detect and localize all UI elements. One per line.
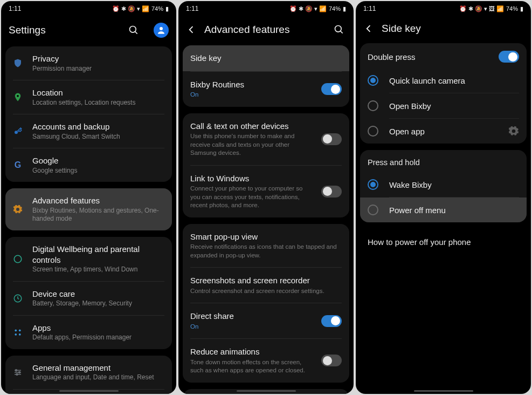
item-title: Location [32,87,165,98]
radio[interactable] [368,179,378,190]
option-power-off-menu[interactable]: Power off menu [360,198,527,222]
how-to-power-off-link[interactable]: How to power off your phone [360,229,527,255]
page-title: Advanced features [204,24,324,36]
item-title: Device care [32,289,165,299]
settings-item-general-management[interactable]: General management Language and input, D… [5,356,172,389]
svg-point-2 [160,27,163,30]
af-item-bixby-routines[interactable]: Bixby Routines On [183,72,349,107]
header: Settings [1,16,176,46]
af-item-reduce-animations[interactable]: Reduce animations Tone down motion effec… [183,339,349,383]
svg-point-7 [15,329,17,331]
toggle[interactable] [321,83,342,95]
home-indicator[interactable] [237,390,296,392]
double-press-toggle[interactable] [499,51,519,63]
item-title: Bixby Routines [190,79,313,90]
item-subtitle: Control screenshot and screen recorder s… [190,287,342,296]
double-press-card: Double press Quick launch camera Open Bi… [360,43,527,144]
radio[interactable] [368,126,378,137]
item-title: Smart pop-up view [190,231,342,242]
pin-icon [12,91,24,103]
item-subtitle: Samsung Cloud, Smart Switch [32,133,165,141]
page-title: Side key [382,23,523,35]
settings-card: Digital Wellbeing and parental controls … [5,237,172,349]
af-card: Smart pop-up view Receive notifications … [183,224,349,383]
svg-point-0 [130,26,136,33]
gear-icon[interactable] [508,126,519,137]
svg-point-4 [15,131,18,134]
svg-line-19 [341,31,343,33]
option-open-bixby[interactable]: Open Bixby [360,93,527,118]
item-subtitle: Tone down motion effects on the screen, … [190,358,313,375]
home-indicator[interactable] [414,390,473,392]
item-title: Link to Windows [190,173,313,184]
option-label: Open Bixby [389,101,519,111]
search-icon[interactable] [332,23,346,37]
item-subtitle: Receive notifications as icons that can … [190,243,342,260]
settings-item-advanced-features[interactable]: Advanced features Bixby Routines, Motion… [5,188,172,230]
settings-item-location[interactable]: Location Location settings, Location req… [5,80,172,114]
item-subtitle: Battery, Storage, Memory, Security [32,299,165,308]
home-indicator[interactable] [59,390,119,392]
device-icon [12,292,24,304]
item-subtitle: On [190,323,313,331]
item-title: Call & text on other devices [190,121,313,132]
status-bar: 1:11 ⏰ ✱ 🔕 ▾ 🖼 📶 74% ▮ [356,1,531,16]
toggle[interactable] [321,315,342,327]
item-subtitle: Screen time, App timers, Wind Down [32,265,165,274]
item-subtitle: Language and input, Date and time, Reset [32,373,165,382]
af-item-call-text-on-other-devices[interactable]: Call & text on other devices Use this ph… [183,113,349,165]
item-subtitle: Permission manager [32,65,165,73]
af-item-smart-pop-up-view[interactable]: Smart pop-up view Receive notifications … [183,224,349,268]
svg-point-15 [19,371,20,373]
settings-item-digital-wellbeing-and-parental-controls[interactable]: Digital Wellbeing and parental controls … [5,237,172,281]
settings-item-device-care[interactable]: Device care Battery, Storage, Memory, Se… [5,282,172,315]
af-item-side-key[interactable]: Side key [183,45,349,71]
item-subtitle: Bixby Routines, Motions and gestures, On… [32,207,165,223]
svg-point-14 [16,370,17,371]
section-label: Double press [368,52,499,62]
shield-icon [12,57,24,69]
svg-point-8 [19,329,21,331]
item-title: Direct share [190,311,313,322]
toggle[interactable] [321,133,342,145]
advanced-features-list: Side key Bixby Routines On Call & text o… [178,45,354,394]
status-time: 1:11 [9,5,21,12]
svg-point-9 [15,333,17,336]
svg-point-3 [17,95,19,97]
settings-item-apps[interactable]: Apps Default apps, Permission manager [5,316,172,349]
header: Side key [356,16,531,43]
option-open-app[interactable]: Open app [360,119,527,144]
option-label: Quick launch camera [389,76,519,85]
back-button[interactable] [363,23,374,34]
item-subtitle: Location settings, Location requests [32,99,165,107]
item-title: Side key [190,53,342,64]
svg-line-1 [135,32,137,34]
item-subtitle: Google settings [32,167,165,175]
svg-point-5 [14,255,22,263]
toggle[interactable] [321,355,342,366]
profile-avatar[interactable] [154,23,169,38]
settings-item-accounts-and-backup[interactable]: Accounts and backup Samsung Cloud, Smart… [5,114,172,148]
settings-item-privacy[interactable]: Privacy Permission manager [5,46,172,80]
radio[interactable] [368,100,378,111]
radio[interactable] [368,205,378,215]
press-hold-card: Press and hold Wake Bixby Power off menu [360,150,527,222]
option-wake-bixby[interactable]: Wake Bixby [360,172,527,197]
radio[interactable] [368,75,378,86]
settings-item-google[interactable]: G Google Google settings [5,148,172,182]
back-button[interactable] [186,24,197,35]
settings-card: Privacy Permission manager Location Loca… [5,46,172,182]
status-icons: ⏰ ✱ 🔕 ▾ 📶 74% ▮ [112,5,169,12]
af-item-direct-share[interactable]: Direct share On [183,303,349,338]
status-bar: 1:11 ⏰ ✱ 🔕 ▾ 📶 74% ▮ [1,1,176,16]
page-title: Settings [9,24,119,36]
section-label: Press and hold [360,150,527,172]
phone-side-key: 1:11 ⏰ ✱ 🔕 ▾ 🖼 📶 74% ▮ Side key Double p… [356,1,531,394]
search-icon[interactable] [127,23,141,37]
gear-icon [12,203,24,215]
af-item-screenshots-and-screen-recorder[interactable]: Screenshots and screen recorder Control … [183,268,349,303]
toggle[interactable] [321,186,342,198]
option-quick-launch-camera[interactable]: Quick launch camera [360,68,527,93]
svg-point-10 [19,333,21,336]
af-item-link-to-windows[interactable]: Link to Windows Connect your phone to yo… [183,166,349,217]
